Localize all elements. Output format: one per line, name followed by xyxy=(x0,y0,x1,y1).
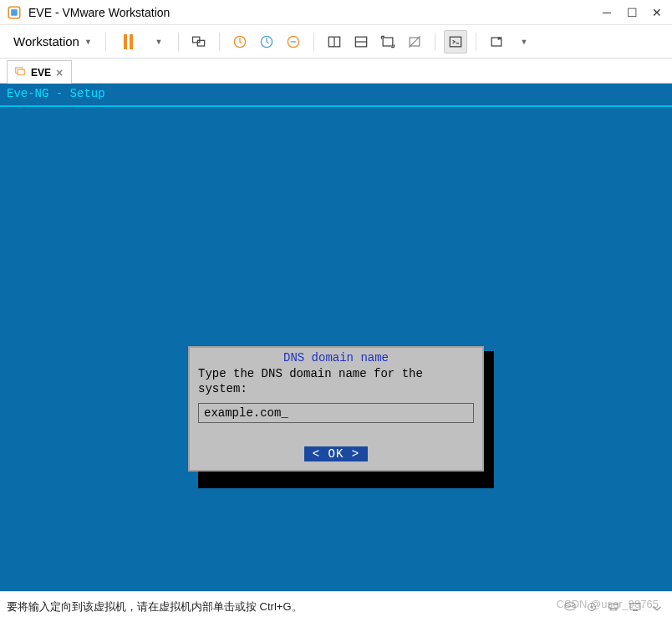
pause-icon xyxy=(124,34,133,49)
screens-button[interactable] xyxy=(187,30,211,54)
view-single-button[interactable] xyxy=(349,30,373,54)
svg-point-20 xyxy=(591,605,593,607)
screens-icon xyxy=(191,33,207,50)
titlebar: EVE - VMware Workstation ─ ☐ ✕ xyxy=(0,0,672,25)
svg-point-19 xyxy=(588,603,596,610)
separator xyxy=(313,33,314,51)
toolbar: Workstation ▼ ▼ ▼ xyxy=(0,25,672,59)
status-icons xyxy=(562,600,665,614)
tab-strip: EVE × xyxy=(0,59,672,84)
tab-eve[interactable]: EVE × xyxy=(7,60,72,84)
minimize-button[interactable]: ─ xyxy=(602,8,612,18)
split-vertical-icon xyxy=(326,33,343,50)
separator xyxy=(219,33,220,51)
options-icon[interactable] xyxy=(649,600,665,614)
network-icon[interactable] xyxy=(605,600,622,614)
window-title: EVE - VMware Workstation xyxy=(28,6,602,19)
snapshot-revert-icon xyxy=(258,33,275,50)
maximize-button[interactable]: ☐ xyxy=(627,8,637,18)
display-icon[interactable] xyxy=(627,600,644,614)
svg-rect-11 xyxy=(383,38,393,46)
snapshot-manage-icon xyxy=(285,33,302,50)
snapshot-take-button[interactable] xyxy=(228,30,252,54)
close-icon[interactable]: × xyxy=(56,66,63,79)
fullscreen-button[interactable] xyxy=(376,30,400,54)
separator xyxy=(178,33,179,51)
svg-rect-1 xyxy=(11,9,18,16)
svg-point-18 xyxy=(565,602,575,606)
status-hint: 要将输入定向到该虚拟机，请在虚拟机内部单击或按 Ctrl+G。 xyxy=(7,599,303,614)
pause-dropdown[interactable]: ▼ xyxy=(146,30,170,54)
separator xyxy=(105,33,106,51)
unity-button[interactable] xyxy=(403,30,426,54)
svg-rect-17 xyxy=(18,69,24,74)
window-controls: ─ ☐ ✕ xyxy=(602,8,665,18)
cd-icon[interactable] xyxy=(583,600,600,614)
stretch-dropdown[interactable]: ▼ xyxy=(512,30,535,54)
tab-label: EVE xyxy=(31,67,51,79)
dialog-buttons: < OK > xyxy=(198,446,474,461)
disk-icon[interactable] xyxy=(562,600,578,614)
dialog-prompt: Type the DNS domain name for the system: xyxy=(198,366,474,396)
fullscreen-icon xyxy=(379,33,396,50)
ok-button[interactable]: < OK > xyxy=(304,446,368,461)
svg-rect-22 xyxy=(630,603,640,609)
view-split-button[interactable] xyxy=(323,30,346,54)
chevron-down-icon: ▼ xyxy=(84,38,92,46)
unity-icon xyxy=(406,33,423,50)
vm-viewport[interactable]: Eve-NG - Setup DNS domain name Type the … xyxy=(0,84,672,591)
dns-input[interactable]: example.com_ xyxy=(198,403,474,423)
stretch-button[interactable] xyxy=(485,30,508,54)
pause-button[interactable] xyxy=(115,30,143,54)
workstation-menu[interactable]: Workstation ▼ xyxy=(8,31,97,52)
vm-icon xyxy=(14,65,26,79)
vm-header-rule xyxy=(0,105,672,107)
app-icon xyxy=(7,5,22,20)
separator xyxy=(476,33,476,51)
chevron-down-icon: ▼ xyxy=(155,38,162,46)
chevron-down-icon: ▼ xyxy=(520,38,527,46)
dialog-title: DNS domain name xyxy=(198,351,474,365)
separator xyxy=(435,33,435,51)
dns-input-value: example.com_ xyxy=(204,406,288,420)
svg-rect-2 xyxy=(192,37,199,43)
svg-rect-3 xyxy=(197,40,204,46)
svg-rect-21 xyxy=(609,604,619,608)
snapshot-manage-button[interactable] xyxy=(282,30,305,54)
split-horizontal-icon xyxy=(353,33,369,50)
dns-dialog: DNS domain name Type the DNS domain name… xyxy=(188,346,484,472)
stretch-icon xyxy=(488,33,505,50)
close-button[interactable]: ✕ xyxy=(652,8,662,18)
workstation-menu-label: Workstation xyxy=(13,34,79,48)
console-icon xyxy=(447,33,464,50)
vm-header-text: Eve-NG - Setup xyxy=(0,84,672,104)
statusbar: 要将输入定向到该虚拟机，请在虚拟机内部单击或按 Ctrl+G。 xyxy=(0,591,672,621)
snapshot-icon xyxy=(232,33,248,50)
console-button[interactable] xyxy=(444,30,467,54)
snapshot-revert-button[interactable] xyxy=(255,30,278,54)
